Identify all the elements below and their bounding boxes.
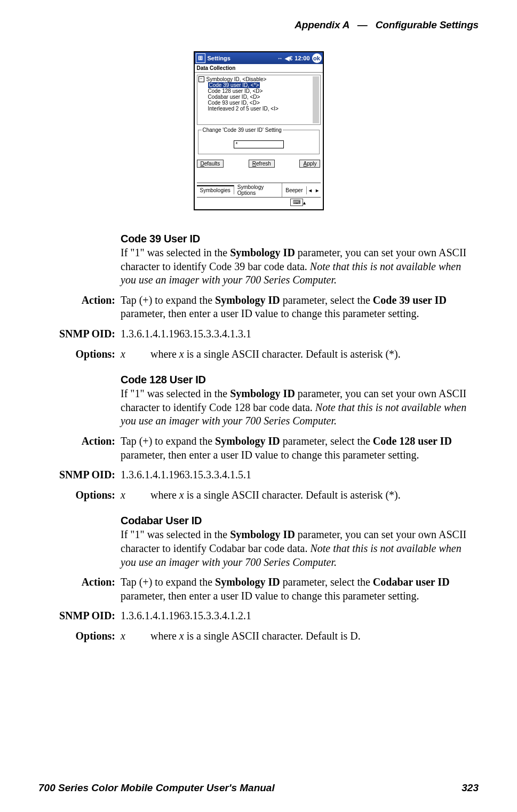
- connectivity-icon: ↔: [277, 55, 283, 61]
- tab-beeper[interactable]: Beeper: [282, 186, 306, 194]
- options-label: Options:: [38, 488, 121, 502]
- text: where: [150, 630, 179, 642]
- header-appendix: Appendix A: [295, 19, 349, 30]
- header-title: Configurable Settings: [376, 19, 479, 30]
- section-heading: Codabar User ID: [121, 515, 479, 527]
- text: parameter, select the: [280, 435, 373, 447]
- section-intro: If "1" was selected in the Symbology ID …: [121, 387, 479, 428]
- text: Symbology ID: [230, 529, 295, 540]
- text: If "1" was selected in the: [121, 529, 230, 540]
- text: Symbology ID: [215, 294, 280, 306]
- text: x: [179, 630, 184, 642]
- tab-symbologies[interactable]: Symbologies: [197, 185, 234, 194]
- change-legend: Change 'Code 39 user ID' Setting: [202, 127, 283, 133]
- text: Tap (+) to expand the: [121, 576, 215, 588]
- options-text: x where x is a single ASCII character. D…: [121, 488, 479, 502]
- section-intro: If "1" was selected in the Symbology ID …: [121, 528, 479, 569]
- text: parameter, then enter a user ID value to…: [121, 590, 419, 602]
- footer-manual-title: 700 Series Color Mobile Computer User's …: [38, 782, 275, 794]
- options-text: x where x is a single ASCII character. D…: [121, 348, 479, 361]
- tree-item[interactable]: Codabar user ID, <D>: [208, 94, 260, 100]
- tree-item[interactable]: Interleaved 2 of 5 user ID, <I>: [208, 106, 279, 112]
- text: parameter, select the: [280, 576, 373, 588]
- ok-button[interactable]: ok: [312, 53, 322, 63]
- options-label: Options:: [38, 629, 121, 643]
- text: Symbology ID: [230, 388, 295, 399]
- tree-item[interactable]: Code 93 user ID, <D>: [208, 100, 260, 106]
- settings-screenshot: ⊞ Settings ↔ ◀€ 12:00 ok Data Collection…: [194, 51, 324, 210]
- text: Codabar user ID: [373, 576, 450, 588]
- titlebar: ⊞ Settings ↔ ◀€ 12:00 ok: [195, 52, 323, 64]
- text: is a single ASCII character. Default is …: [184, 630, 361, 642]
- snmp-oid-value: 1.3.6.1.4.1.1963.15.3.3.4.1.2.1: [121, 609, 479, 623]
- snmp-oid-label: SNMP OID:: [38, 609, 121, 623]
- user-id-input[interactable]: [234, 140, 284, 148]
- start-icon[interactable]: ⊞: [196, 53, 205, 63]
- text: x: [121, 348, 150, 361]
- action-text: Tap (+) to expand the Symbology ID param…: [121, 294, 479, 321]
- tree-frame: −Symbology ID, <Disable> Code 39 user ID…: [197, 75, 321, 125]
- collapse-icon[interactable]: −: [198, 76, 204, 82]
- text: Symbology ID: [215, 576, 280, 588]
- text: Tap (+) to expand the: [121, 294, 215, 306]
- page-header: Appendix A — Configurable Settings: [38, 19, 479, 31]
- action-label: Action:: [38, 294, 121, 308]
- text: If "1" was selected in the: [121, 247, 230, 258]
- tab-scroll-left-icon[interactable]: ◂: [307, 187, 314, 193]
- action-text: Tap (+) to expand the Symbology ID param…: [121, 435, 479, 462]
- section-heading: Code 39 User ID: [121, 233, 479, 245]
- tree-item[interactable]: Code 128 user ID, <D>: [208, 88, 263, 94]
- section-intro: If "1" was selected in the Symbology ID …: [121, 246, 479, 287]
- text: x: [179, 348, 184, 360]
- text: parameter, then enter a user ID value to…: [121, 449, 419, 461]
- section-heading: Code 128 User ID: [121, 374, 479, 386]
- text: Symbology ID: [215, 435, 280, 447]
- app-caption: Data Collection: [195, 64, 323, 73]
- snmp-oid-value: 1.3.6.1.4.1.1963.15.3.3.4.1.3.1: [121, 327, 479, 341]
- footer-page-number: 323: [462, 782, 479, 794]
- snmp-oid-label: SNMP OID:: [38, 327, 121, 341]
- refresh-button[interactable]: Refresh: [249, 160, 275, 168]
- options-text: x where x is a single ASCII character. D…: [121, 629, 479, 643]
- text: Code 128 user ID: [373, 435, 452, 447]
- volume-icon: ◀€: [285, 55, 292, 62]
- change-frame: Change 'Code 39 user ID' Setting: [198, 127, 320, 154]
- snmp-oid-label: SNMP OID:: [38, 468, 121, 482]
- text: where: [150, 348, 179, 360]
- text: If "1" was selected in the: [121, 388, 230, 399]
- text: x: [121, 629, 150, 643]
- tab-symbology-options[interactable]: Symbology Options: [234, 183, 282, 197]
- text: parameter, select the: [280, 294, 373, 306]
- text: is a single ASCII character. Default is …: [184, 489, 401, 501]
- text: parameter, then enter a user ID value to…: [121, 308, 419, 319]
- text: x: [121, 488, 150, 502]
- text: where: [150, 489, 179, 501]
- text: is a single ASCII character. Default is …: [184, 348, 401, 360]
- action-label: Action:: [38, 576, 121, 589]
- text: Symbology ID: [230, 247, 295, 258]
- action-label: Action:: [38, 435, 121, 448]
- text: x: [179, 489, 184, 501]
- titlebar-text: Settings: [208, 55, 230, 61]
- sip-chevron-icon[interactable]: ▴: [303, 200, 306, 206]
- snmp-oid-value: 1.3.6.1.4.1.1963.15.3.3.4.1.5.1: [121, 468, 479, 482]
- tree-root[interactable]: Symbology ID, <Disable>: [206, 76, 267, 82]
- sip-icon[interactable]: ⌨: [290, 199, 303, 206]
- tab-scroll-right-icon[interactable]: ▸: [314, 187, 321, 193]
- defaults-button[interactable]: Defaults: [197, 160, 224, 168]
- text: Code 39 user ID: [373, 294, 447, 306]
- options-label: Options:: [38, 348, 121, 361]
- apply-button[interactable]: Apply: [299, 160, 320, 168]
- action-text: Tap (+) to expand the Symbology ID param…: [121, 576, 479, 603]
- tree-item[interactable]: Code 39 user ID, <*>: [208, 82, 260, 88]
- text: Tap (+) to expand the: [121, 435, 215, 447]
- clock: 12:00: [295, 55, 309, 61]
- header-sep: —: [357, 19, 368, 30]
- tree-list[interactable]: −Symbology ID, <Disable> Code 39 user ID…: [198, 76, 319, 123]
